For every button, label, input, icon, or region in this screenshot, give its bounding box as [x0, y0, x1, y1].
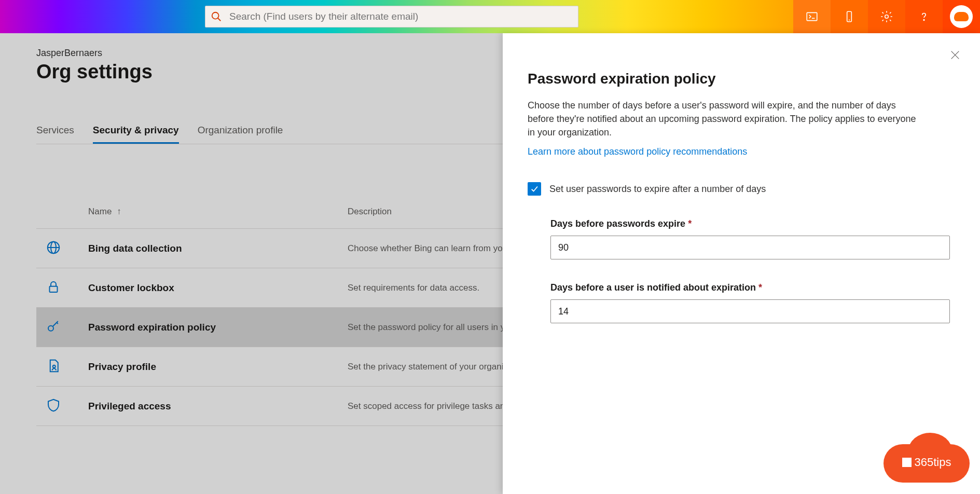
document-person-icon — [46, 358, 61, 374]
svg-rect-2 — [807, 12, 817, 20]
checkbox-label: Set user passwords to expire after a num… — [549, 184, 766, 195]
top-bar — [0, 0, 980, 33]
gear-icon[interactable] — [868, 0, 905, 33]
tab-organization-profile[interactable]: Organization profile — [198, 125, 283, 144]
search-input[interactable] — [229, 11, 573, 22]
column-name[interactable]: Name ↑ — [88, 207, 348, 217]
close-button[interactable] — [948, 48, 962, 62]
svg-line-1 — [218, 18, 221, 21]
input-days-notify[interactable] — [550, 299, 950, 323]
row-name: Privileged access — [88, 401, 348, 412]
learn-more-link[interactable]: Learn more about password policy recomme… — [528, 146, 747, 157]
checkbox-row: Set user passwords to expire after a num… — [528, 182, 955, 196]
panel-description: Choose the number of days before a user'… — [528, 99, 922, 139]
avatar[interactable] — [943, 0, 980, 33]
shield-icon — [46, 397, 61, 413]
svg-rect-11 — [50, 286, 58, 292]
input-days-expire[interactable] — [550, 236, 950, 259]
svg-point-6 — [885, 15, 889, 19]
svg-point-7 — [923, 20, 924, 21]
search-box[interactable] — [205, 6, 578, 28]
row-name: Password expiration policy — [88, 322, 348, 333]
column-name-label: Name — [88, 207, 112, 217]
field-label-notify: Days before a user is notified about exp… — [550, 282, 950, 293]
svg-point-12 — [48, 325, 53, 331]
row-name: Bing data collection — [88, 243, 348, 254]
check-icon — [530, 184, 539, 194]
field-days-notify: Days before a user is notified about exp… — [550, 282, 950, 323]
side-panel: Password expiration policy Choose the nu… — [503, 33, 980, 494]
search-icon — [211, 11, 222, 22]
key-icon — [46, 319, 61, 334]
sort-ascending-icon: ↑ — [117, 207, 121, 217]
mobile-icon[interactable] — [831, 0, 868, 33]
svg-point-13 — [53, 365, 56, 367]
field-label-expire: Days before passwords expire * — [550, 218, 950, 229]
panel-title: Password expiration policy — [528, 71, 955, 87]
svg-point-0 — [212, 12, 219, 19]
row-name: Privacy profile — [88, 361, 348, 373]
row-name: Customer lockbox — [88, 282, 348, 294]
help-icon[interactable] — [905, 0, 943, 33]
logo-365tips: 365tips — [884, 433, 970, 483]
expire-checkbox[interactable] — [528, 182, 541, 196]
tab-security-privacy[interactable]: Security & privacy — [93, 125, 179, 144]
close-icon — [949, 49, 961, 61]
globe-icon — [46, 240, 61, 255]
header-icons — [793, 0, 980, 33]
field-days-expire: Days before passwords expire * — [550, 218, 950, 259]
shell-icon[interactable] — [793, 0, 831, 33]
lock-icon — [46, 279, 61, 295]
tab-services[interactable]: Services — [36, 125, 74, 144]
